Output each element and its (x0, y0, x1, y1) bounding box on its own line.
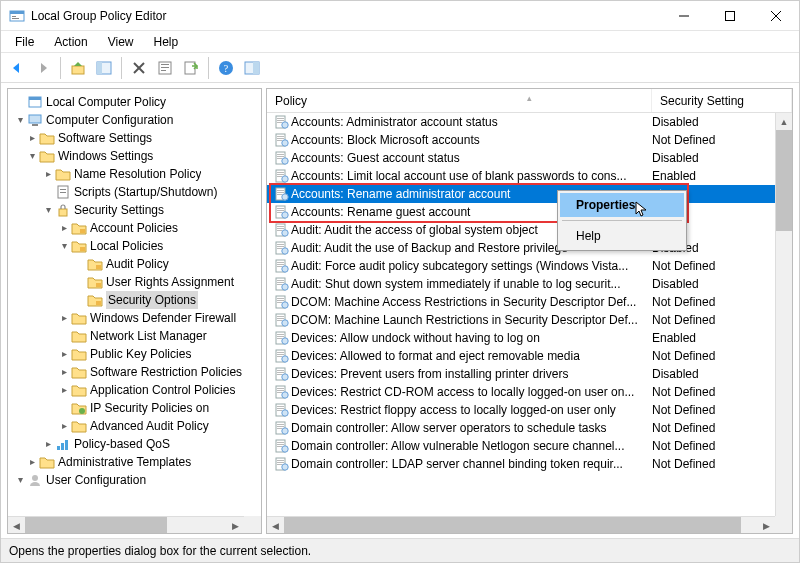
tree-node-user-rights[interactable]: User Rights Assignment (12, 273, 261, 291)
list-row[interactable]: Accounts: Administrator account statusDi… (267, 113, 792, 131)
tree-node-application-control[interactable]: ▸Application Control Policies (12, 381, 261, 399)
properties-button[interactable] (153, 56, 177, 80)
list-row[interactable]: Devices: Restrict floppy access to local… (267, 401, 792, 419)
tree-node-scripts[interactable]: Scripts (Startup/Shutdown) (12, 183, 261, 201)
list-h-scrollbar[interactable]: ◀ ▶ (267, 516, 775, 533)
scroll-left-arrow[interactable]: ◀ (8, 517, 25, 534)
expand-icon[interactable]: ▸ (42, 435, 54, 453)
list-row[interactable]: Domain controller: LDAP server channel b… (267, 455, 792, 473)
menu-file[interactable]: File (5, 33, 44, 51)
back-button[interactable] (5, 56, 29, 80)
scroll-left-arrow[interactable]: ◀ (267, 517, 284, 533)
export-button[interactable] (179, 56, 203, 80)
minimize-button[interactable] (661, 1, 707, 31)
list-row[interactable]: Audit: Audit the use of Backup and Resto… (267, 239, 792, 257)
tree-node-ip-security[interactable]: IP Security Policies on (12, 399, 261, 417)
context-menu-help[interactable]: Help (560, 224, 684, 248)
policy-icon (273, 186, 291, 202)
expand-icon[interactable]: ▸ (58, 345, 70, 363)
scroll-thumb[interactable] (25, 517, 167, 533)
expand-icon[interactable]: ▸ (58, 219, 70, 237)
list-row[interactable]: Audit: Shut down system immediately if u… (267, 275, 792, 293)
tree-node-advanced-audit[interactable]: ▸Advanced Audit Policy (12, 417, 261, 435)
scroll-thumb[interactable] (776, 130, 792, 231)
list-row[interactable]: Accounts: Rename administrator accountat… (267, 185, 792, 203)
list-row[interactable]: Domain controller: Allow vulnerable Netl… (267, 437, 792, 455)
tree-node-software-restriction[interactable]: ▸Software Restriction Policies (12, 363, 261, 381)
tree-node-computer-config[interactable]: ▾Computer Configuration (12, 111, 261, 129)
context-menu-properties[interactable]: Properties (560, 193, 684, 217)
collapse-icon[interactable]: ▾ (14, 111, 26, 129)
tree-node-defender-firewall[interactable]: ▸Windows Defender Firewall (12, 309, 261, 327)
list-row[interactable]: Audit: Force audit policy subcategory se… (267, 257, 792, 275)
tree-node-windows-settings[interactable]: ▾Windows Settings (12, 147, 261, 165)
collapse-icon[interactable]: ▾ (26, 147, 38, 165)
list-row[interactable]: Accounts: Rename guest account (267, 203, 792, 221)
forward-button[interactable] (31, 56, 55, 80)
collapse-icon[interactable]: ▾ (42, 201, 54, 219)
column-header-setting[interactable]: Security Setting (652, 89, 792, 112)
column-grip-icon[interactable]: ▴ (527, 93, 532, 103)
list-row[interactable]: Accounts: Block Microsoft accountsNot De… (267, 131, 792, 149)
policy-tree[interactable]: Local Computer Policy ▾Computer Configur… (12, 93, 261, 489)
help-button[interactable]: ? (214, 56, 238, 80)
collapse-icon[interactable]: ▾ (14, 471, 26, 489)
up-button[interactable] (66, 56, 90, 80)
tree-node-root[interactable]: Local Computer Policy (12, 93, 261, 111)
tree-node-admin-templates[interactable]: ▸Administrative Templates (12, 453, 261, 471)
tree-node-public-key[interactable]: ▸Public Key Policies (12, 345, 261, 363)
list-row[interactable]: Devices: Allowed to format and eject rem… (267, 347, 792, 365)
policy-icon (273, 420, 291, 436)
folder-lock-icon (87, 274, 103, 290)
show-hide-tree-button[interactable] (92, 56, 116, 80)
menu-help[interactable]: Help (144, 33, 189, 51)
list-row[interactable]: Audit: Audit the access of global system… (267, 221, 792, 239)
tree-node-security-settings[interactable]: ▾Security Settings (12, 201, 261, 219)
scroll-up-arrow[interactable]: ▲ (776, 113, 792, 130)
list-row[interactable]: Devices: Restrict CD-ROM access to local… (267, 383, 792, 401)
tree-node-name-resolution[interactable]: ▸Name Resolution Policy (12, 165, 261, 183)
scroll-thumb[interactable] (284, 517, 741, 533)
tree-node-account-policies[interactable]: ▸Account Policies (12, 219, 261, 237)
tree-node-network-list[interactable]: Network List Manager (12, 327, 261, 345)
maximize-button[interactable] (707, 1, 753, 31)
scripts-icon (55, 184, 71, 200)
expand-icon[interactable]: ▸ (26, 129, 38, 147)
list-row[interactable]: DCOM: Machine Access Restrictions in Sec… (267, 293, 792, 311)
tree-node-audit-policy[interactable]: Audit Policy (12, 255, 261, 273)
list-row[interactable]: Accounts: Limit local account use of bla… (267, 167, 792, 185)
scroll-right-arrow[interactable]: ▶ (227, 517, 244, 534)
svg-rect-52 (277, 156, 284, 157)
close-button[interactable] (753, 1, 799, 31)
expand-icon[interactable]: ▸ (58, 417, 70, 435)
svg-rect-128 (277, 428, 282, 429)
expand-icon[interactable]: ▸ (58, 363, 70, 381)
policy-name: Accounts: Limit local account use of bla… (291, 169, 652, 183)
list-row[interactable]: Devices: Prevent users from installing p… (267, 365, 792, 383)
column-header-policy[interactable]: Policy (267, 89, 652, 112)
expand-icon[interactable]: ▸ (42, 165, 54, 183)
expand-icon[interactable]: ▸ (26, 453, 38, 471)
filter-button[interactable] (240, 56, 264, 80)
list-v-scrollbar[interactable]: ▲ (775, 113, 792, 516)
tree-node-software-settings[interactable]: ▸Software Settings (12, 129, 261, 147)
menu-view[interactable]: View (98, 33, 144, 51)
list-row[interactable]: Accounts: Guest account statusDisabled (267, 149, 792, 167)
expand-icon[interactable]: ▸ (58, 381, 70, 399)
tree-h-scrollbar[interactable]: ◀ ▶ (8, 516, 244, 533)
menu-action[interactable]: Action (44, 33, 97, 51)
scroll-right-arrow[interactable]: ▶ (758, 517, 775, 533)
tree-node-local-policies[interactable]: ▾Local Policies (12, 237, 261, 255)
expand-icon[interactable]: ▸ (58, 309, 70, 327)
policy-icon (273, 168, 291, 184)
list-row[interactable]: Domain controller: Allow server operator… (267, 419, 792, 437)
delete-button[interactable] (127, 56, 151, 80)
tree-node-user-config[interactable]: ▾User Configuration (12, 471, 261, 489)
tree-node-security-options[interactable]: Security Options (12, 291, 261, 309)
list-row[interactable]: DCOM: Machine Launch Restrictions in Sec… (267, 311, 792, 329)
collapse-icon[interactable]: ▾ (58, 237, 70, 255)
tree-node-qos[interactable]: ▸Policy-based QoS (12, 435, 261, 453)
svg-rect-30 (80, 229, 85, 233)
svg-point-139 (282, 464, 288, 470)
list-row[interactable]: Devices: Allow undock without having to … (267, 329, 792, 347)
